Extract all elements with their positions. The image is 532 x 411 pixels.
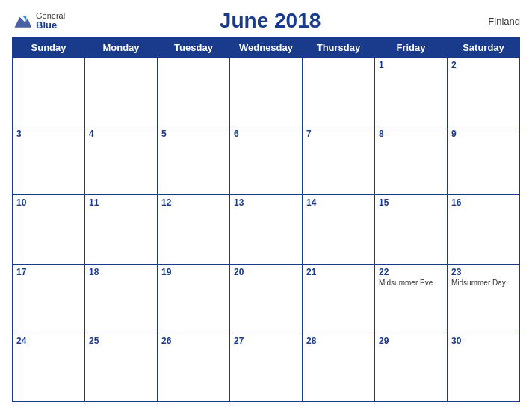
day-number: 5 xyxy=(161,129,226,139)
day-number: 23 xyxy=(451,267,516,277)
day-number: 30 xyxy=(451,336,516,346)
calendar-week-row: 171819202122Midsummer Eve23Midsummer Day xyxy=(13,264,520,333)
day-number: 10 xyxy=(16,197,81,208)
calendar-cell: 3 xyxy=(13,126,85,195)
day-number: 24 xyxy=(16,336,81,346)
calendar-cell xyxy=(158,58,230,126)
calendar-cell: 27 xyxy=(230,333,303,401)
day-number: 1 xyxy=(379,60,443,70)
header-monday: Monday xyxy=(85,38,158,58)
header-saturday: Saturday xyxy=(448,38,520,58)
header-friday: Friday xyxy=(375,38,448,58)
calendar-cell: 4 xyxy=(85,126,158,195)
day-number: 20 xyxy=(234,267,298,277)
calendar-cell xyxy=(85,58,158,126)
calendar-cell xyxy=(303,58,375,126)
calendar-cell: 11 xyxy=(85,195,158,264)
day-number: 25 xyxy=(89,336,153,346)
logo: General Blue xyxy=(12,10,65,31)
calendar-cell: 2 xyxy=(448,58,520,126)
calendar-cell xyxy=(13,58,85,126)
day-number: 26 xyxy=(161,336,226,346)
day-number: 27 xyxy=(234,336,298,346)
calendar-page: General Blue June 2018 Finland Sunday Mo… xyxy=(0,0,532,411)
calendar-cell: 24 xyxy=(13,333,85,401)
calendar-cell: 12 xyxy=(158,195,230,264)
calendar-cell: 13 xyxy=(230,195,303,264)
day-number: 3 xyxy=(16,129,81,139)
header-tuesday: Tuesday xyxy=(158,38,230,58)
calendar-cell: 8 xyxy=(375,126,448,195)
day-number: 4 xyxy=(89,129,153,139)
calendar-cell: 19 xyxy=(158,264,230,333)
calendar-cell: 20 xyxy=(230,264,303,333)
header-thursday: Thursday xyxy=(303,38,375,58)
day-number: 13 xyxy=(234,197,298,208)
logo-icon xyxy=(12,10,33,31)
day-number: 6 xyxy=(234,129,298,139)
day-number: 21 xyxy=(306,267,371,277)
day-number: 28 xyxy=(306,336,371,346)
calendar-cell xyxy=(230,58,303,126)
calendar-week-row: 10111213141516 xyxy=(13,195,520,264)
calendar-cell: 16 xyxy=(448,195,520,264)
calendar-cell: 1 xyxy=(375,58,448,126)
day-number: 9 xyxy=(451,129,516,139)
day-number: 12 xyxy=(161,197,226,208)
header: General Blue June 2018 Finland xyxy=(12,9,520,33)
calendar-cell: 14 xyxy=(303,195,375,264)
calendar-cell: 26 xyxy=(158,333,230,401)
calendar-cell: 22Midsummer Eve xyxy=(375,264,448,333)
calendar-week-row: 24252627282930 xyxy=(13,333,520,401)
calendar-cell: 30 xyxy=(448,333,520,401)
day-number: 17 xyxy=(16,267,81,277)
event-label: Midsummer Eve xyxy=(379,279,443,287)
calendar-cell: 21 xyxy=(303,264,375,333)
logo-text: General Blue xyxy=(36,11,65,31)
calendar-week-row: 12 xyxy=(13,58,520,126)
day-number: 29 xyxy=(379,336,443,346)
calendar-table: Sunday Monday Tuesday Wednesday Thursday… xyxy=(12,37,520,402)
calendar-cell: 28 xyxy=(303,333,375,401)
calendar-cell: 7 xyxy=(303,126,375,195)
calendar-cell: 5 xyxy=(158,126,230,195)
day-number: 22 xyxy=(379,267,443,277)
calendar-week-row: 3456789 xyxy=(13,126,520,195)
day-number: 16 xyxy=(451,197,516,208)
calendar-cell: 25 xyxy=(85,333,158,401)
calendar-header: Sunday Monday Tuesday Wednesday Thursday… xyxy=(13,38,520,58)
weekday-header-row: Sunday Monday Tuesday Wednesday Thursday… xyxy=(13,38,520,58)
calendar-cell: 15 xyxy=(375,195,448,264)
header-wednesday: Wednesday xyxy=(230,38,303,58)
day-number: 19 xyxy=(161,267,226,277)
day-number: 15 xyxy=(379,197,443,208)
day-number: 18 xyxy=(89,267,153,277)
day-number: 2 xyxy=(451,60,516,70)
calendar-cell: 10 xyxy=(13,195,85,264)
calendar-cell: 9 xyxy=(448,126,520,195)
logo-blue-text: Blue xyxy=(36,20,65,31)
calendar-cell: 23Midsummer Day xyxy=(448,264,520,333)
day-number: 11 xyxy=(89,197,153,208)
event-label: Midsummer Day xyxy=(451,279,516,287)
calendar-cell: 6 xyxy=(230,126,303,195)
calendar-body: 12345678910111213141516171819202122Midsu… xyxy=(13,58,520,402)
calendar-cell: 18 xyxy=(85,264,158,333)
calendar-cell: 17 xyxy=(13,264,85,333)
day-number: 8 xyxy=(379,129,443,139)
country-label: Finland xyxy=(475,16,520,27)
calendar-title: June 2018 xyxy=(65,9,475,33)
day-number: 7 xyxy=(306,129,371,139)
header-sunday: Sunday xyxy=(13,38,85,58)
day-number: 14 xyxy=(306,197,371,208)
calendar-cell: 29 xyxy=(375,333,448,401)
